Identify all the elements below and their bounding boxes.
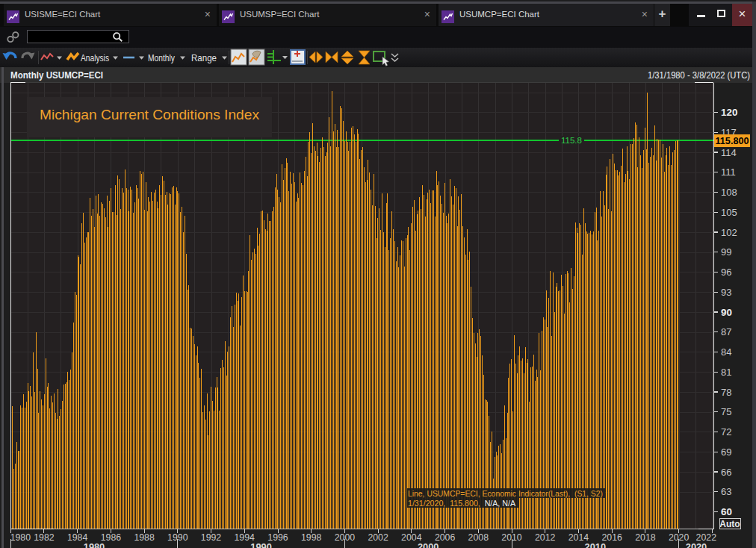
svg-text:105: 105 — [721, 207, 737, 218]
svg-text:Line, USUMCP=ECI, Economic Ind: Line, USUMCP=ECI, Economic Indicator(Las… — [408, 489, 603, 498]
svg-text:Analysis: Analysis — [81, 52, 109, 63]
svg-text:Michigan Current Conditions In: Michigan Current Conditions Index — [40, 107, 259, 122]
svg-text:115.800: 115.800 — [716, 135, 749, 146]
svg-text:78: 78 — [721, 387, 731, 398]
svg-text:1/31/2020, 115.800, N/A, N/A: 1/31/2020, 115.800, N/A, N/A — [408, 499, 515, 508]
svg-text:Auto: Auto — [719, 519, 740, 529]
svg-text:1988: 1988 — [134, 532, 155, 543]
svg-text:108: 108 — [721, 187, 737, 198]
svg-text:2002: 2002 — [368, 532, 388, 543]
svg-text:1990: 1990 — [250, 541, 271, 548]
svg-text:1998: 1998 — [301, 532, 322, 543]
svg-text:60: 60 — [721, 506, 732, 517]
svg-text:1982: 1982 — [34, 532, 55, 543]
svg-text:1980: 1980 — [84, 541, 105, 548]
svg-text:90: 90 — [721, 307, 732, 318]
svg-text:96: 96 — [721, 267, 731, 278]
svg-text:93: 93 — [721, 287, 731, 298]
svg-text:87: 87 — [721, 326, 731, 337]
svg-text:Monthly: Monthly — [148, 52, 175, 63]
svg-text:1992: 1992 — [201, 532, 222, 543]
svg-text:111: 111 — [721, 166, 736, 178]
svg-text:120: 120 — [721, 107, 737, 118]
svg-text:1/31/1980 - 3/8/2022 (UTC): 1/31/1980 - 3/8/2022 (UTC) — [648, 70, 750, 81]
svg-text:Monthly USUMCP=ECI: Monthly USUMCP=ECI — [10, 69, 103, 81]
svg-text:2008: 2008 — [468, 532, 489, 543]
svg-text:2018: 2018 — [635, 532, 656, 543]
svg-text:63: 63 — [721, 486, 731, 497]
svg-text:81: 81 — [721, 367, 731, 378]
svg-text:99: 99 — [721, 246, 731, 258]
svg-text:84: 84 — [721, 346, 731, 358]
svg-text:69: 69 — [721, 446, 731, 458]
svg-text:Range: Range — [191, 52, 217, 63]
svg-text:102: 102 — [721, 227, 737, 238]
svg-text:114: 114 — [721, 147, 737, 158]
svg-text:2020: 2020 — [686, 541, 707, 548]
svg-text:2000: 2000 — [418, 541, 439, 548]
svg-text:1980: 1980 — [10, 532, 31, 543]
svg-text:115.8: 115.8 — [561, 136, 582, 145]
svg-text:75: 75 — [721, 406, 731, 417]
svg-text:2012: 2012 — [535, 532, 556, 543]
svg-text:66: 66 — [721, 467, 731, 478]
svg-text:72: 72 — [721, 426, 731, 438]
svg-text:2010: 2010 — [585, 541, 606, 548]
